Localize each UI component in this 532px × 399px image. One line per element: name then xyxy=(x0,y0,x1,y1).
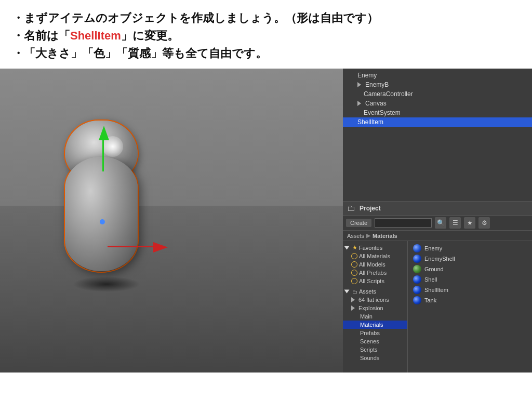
asset-tank[interactable]: Tank xyxy=(411,295,529,305)
tree-materials[interactable]: Materials xyxy=(343,321,407,329)
tree-prefabs[interactable]: Prefabs xyxy=(343,329,407,337)
tree-all-materials[interactable]: All Materials xyxy=(343,252,407,260)
hierarchy-item-shellitem[interactable]: ShellItem xyxy=(343,117,532,127)
tree-scripts[interactable]: Scripts xyxy=(343,345,407,354)
instruction-area: ・まずアイテムのオブジェクトを作成しましょう。（形は自由です） ・名前は「She… xyxy=(0,0,532,69)
asset-enemy-label: Enemy xyxy=(424,245,442,251)
tree-all-models[interactable]: All Models xyxy=(343,260,407,269)
folder-icon: 🗀 xyxy=(352,289,357,295)
tree-all-prefabs[interactable]: All Prefabs xyxy=(343,269,407,277)
create-button[interactable]: Create xyxy=(346,219,371,227)
material-sphere-enemy xyxy=(413,244,421,252)
assets-expand-icon xyxy=(344,290,350,294)
tree-expand-icon xyxy=(351,297,355,302)
circle-icon xyxy=(351,278,357,284)
asset-ground-label: Ground xyxy=(424,266,444,272)
project-folder-icon: 🗀 xyxy=(347,204,355,213)
breadcrumb-arrow: ▶ xyxy=(366,232,370,239)
gizmo-right-line xyxy=(108,246,153,247)
asset-tank-label: Tank xyxy=(424,297,436,303)
breadcrumb-bar: Assets ▶ Materials xyxy=(343,231,532,241)
asset-ground[interactable]: Ground xyxy=(411,264,529,274)
search-input[interactable] xyxy=(375,218,432,228)
instruction-line3: ・「大きさ」「色」「質感」等も全て自由です。 xyxy=(12,45,520,62)
asset-shellitem[interactable]: ShellItem xyxy=(411,285,529,295)
tree-all-scripts[interactable]: All Scripts xyxy=(343,277,407,285)
project-toolbar: Create 🔍 ☰ ★ ⚙ xyxy=(343,216,532,231)
capsule-body xyxy=(65,157,138,271)
tree-expand-icon xyxy=(351,305,355,311)
instruction-line2: ・名前は「ShellItem」に変更。 xyxy=(12,27,520,45)
main-area: Enemy EnemyB CameraController Canvas Eve… xyxy=(0,69,532,373)
hierarchy-list: Enemy EnemyB CameraController Canvas Eve… xyxy=(343,71,532,127)
settings-button[interactable]: ⚙ xyxy=(478,217,490,229)
material-sphere-shellitem xyxy=(413,286,421,294)
hierarchy-item-enemyb[interactable]: EnemyB xyxy=(343,80,532,89)
favorites-expand-icon xyxy=(344,246,350,249)
hierarchy-item-enemy[interactable]: Enemy xyxy=(343,71,532,80)
asset-enemy[interactable]: Enemy xyxy=(411,243,529,254)
asset-shellitem-label: ShellItem xyxy=(424,287,448,293)
hierarchy-panel: Enemy EnemyB CameraController Canvas Eve… xyxy=(343,69,532,201)
circle-icon xyxy=(351,261,357,268)
project-title: Project xyxy=(360,205,381,212)
expand-icon xyxy=(357,101,361,106)
hierarchy-item-canvas[interactable]: Canvas xyxy=(343,99,532,108)
favorites-label: Favorites xyxy=(359,245,382,251)
circle-icon xyxy=(351,270,357,276)
project-header: 🗀 Project xyxy=(343,202,532,216)
asset-enemyshell-label: EnemyShell xyxy=(424,256,455,262)
tree-explosion[interactable]: Explosion xyxy=(343,304,407,312)
favorites-section[interactable]: ★ Favorites xyxy=(343,243,407,252)
search-icon-button[interactable]: 🔍 xyxy=(435,217,446,229)
circle-icon xyxy=(351,253,357,259)
3d-object-container xyxy=(49,115,153,287)
viewport[interactable] xyxy=(0,69,343,373)
hierarchy-item-eventsystem[interactable]: EventSystem xyxy=(343,108,532,117)
gizmo-right-arrow xyxy=(153,242,168,252)
star-filter-button[interactable]: ★ xyxy=(464,217,475,229)
right-panel: Enemy EnemyB CameraController Canvas Eve… xyxy=(343,69,532,373)
gizmo-up-arrow xyxy=(99,126,109,140)
instruction-line1: ・まずアイテムのオブジェクトを作成しましょう。（形は自由です） xyxy=(12,9,520,27)
material-sphere-tank xyxy=(413,296,421,304)
project-content: ★ Favorites All Materials All Models All… xyxy=(343,241,532,373)
material-sphere-enemyshell xyxy=(413,255,421,263)
assets-label: Assets xyxy=(359,288,376,295)
tree-scenes[interactable]: Scenes xyxy=(343,337,407,345)
tree-sounds[interactable]: Sounds xyxy=(343,354,407,362)
gizmo-up-line xyxy=(102,140,104,171)
hierarchy-item-cameracontroller[interactable]: CameraController xyxy=(343,89,532,99)
assets-section[interactable]: 🗀 Assets xyxy=(343,287,407,296)
asset-shell-label: Shell xyxy=(424,276,437,283)
material-sphere-ground xyxy=(413,265,421,273)
asset-shell[interactable]: Shell xyxy=(411,274,529,285)
breadcrumb-materials[interactable]: Materials xyxy=(373,233,397,239)
material-sphere-shell xyxy=(413,275,421,284)
tree-pane: ★ Favorites All Materials All Models All… xyxy=(343,241,408,373)
project-panel: 🗀 Project Create 🔍 ☰ ★ ⚙ Assets ▶ Materi… xyxy=(343,201,532,373)
expand-icon xyxy=(357,82,361,87)
star-icon: ★ xyxy=(352,244,357,251)
asset-enemyshell[interactable]: EnemyShell xyxy=(411,254,529,264)
tree-main[interactable]: Main xyxy=(343,312,407,321)
breadcrumb-assets[interactable]: Assets xyxy=(347,233,364,239)
asset-pane: Enemy EnemyShell Ground Shell xyxy=(408,241,532,373)
view-toggle-button[interactable]: ☰ xyxy=(449,217,461,229)
tree-64-flat-icons[interactable]: 64 flat icons xyxy=(343,296,407,304)
